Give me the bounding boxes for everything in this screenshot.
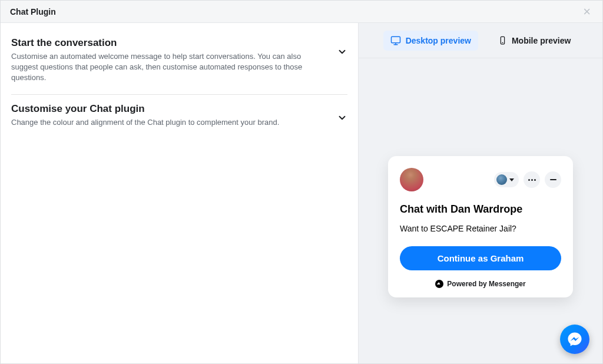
window-title: Chat Plugin (10, 7, 56, 16)
accordion-title: Start the conversation (11, 37, 325, 49)
accordion-start-conversation[interactable]: Start the conversation Customise an auto… (11, 29, 347, 95)
tab-label: Mobile preview (512, 36, 571, 45)
account-switcher[interactable] (494, 172, 519, 187)
accordion-text: Customise your Chat plugin Change the co… (11, 103, 337, 128)
preview-tabs: Desktop preview Mobile preview (359, 23, 602, 58)
messenger-fab[interactable] (560, 325, 589, 354)
chat-header-actions (494, 171, 561, 188)
continue-button[interactable]: Continue as Graham (400, 246, 561, 270)
accordion-description: Change the colour and alignment of the C… (11, 117, 325, 128)
close-icon: × (583, 4, 591, 19)
accordion-title: Customise your Chat plugin (11, 103, 325, 115)
monitor-icon (390, 35, 401, 46)
chat-widget-card: Chat with Dan Wardrope Want to ESCAPE Re… (388, 156, 573, 297)
chevron-down-icon (337, 112, 347, 125)
accordion-customise-plugin[interactable]: Customise your Chat plugin Change the co… (11, 95, 347, 138)
powered-label: Powered by Messenger (447, 280, 525, 288)
mobile-icon (498, 36, 507, 45)
ellipsis-icon (528, 179, 536, 181)
settings-panel: Start the conversation Customise an auto… (1, 23, 359, 363)
svg-rect-0 (391, 37, 400, 43)
chat-welcome-message: Want to ESCAPE Retainer Jail? (400, 224, 561, 233)
preview-area: Chat with Dan Wardrope Want to ESCAPE Re… (359, 58, 602, 363)
messenger-icon (435, 280, 443, 288)
minus-icon (550, 179, 556, 180)
accordion-text: Start the conversation Customise an auto… (11, 37, 337, 84)
tab-label: Desktop preview (406, 36, 471, 45)
page-avatar (400, 168, 423, 191)
chat-title: Chat with Dan Wardrope (400, 203, 561, 216)
preview-panel: Desktop preview Mobile preview (359, 23, 602, 363)
user-avatar-icon (496, 174, 507, 185)
window-header: Chat Plugin × (1, 1, 602, 23)
accordion-description: Customise an automated welcome message t… (11, 51, 325, 84)
messenger-icon (567, 332, 582, 347)
window-body: Start the conversation Customise an auto… (1, 23, 602, 363)
chat-plugin-window: Chat Plugin × Start the conversation Cus… (0, 0, 603, 364)
close-button[interactable]: × (581, 3, 593, 21)
minimize-button[interactable] (545, 171, 561, 188)
caret-down-icon (509, 178, 514, 181)
tab-mobile-preview[interactable]: Mobile preview (491, 31, 578, 50)
tab-desktop-preview[interactable]: Desktop preview (383, 31, 478, 51)
chat-widget-header (400, 168, 561, 191)
chevron-down-icon (337, 47, 347, 59)
more-options-button[interactable] (524, 171, 540, 188)
powered-by: Powered by Messenger (400, 280, 561, 288)
